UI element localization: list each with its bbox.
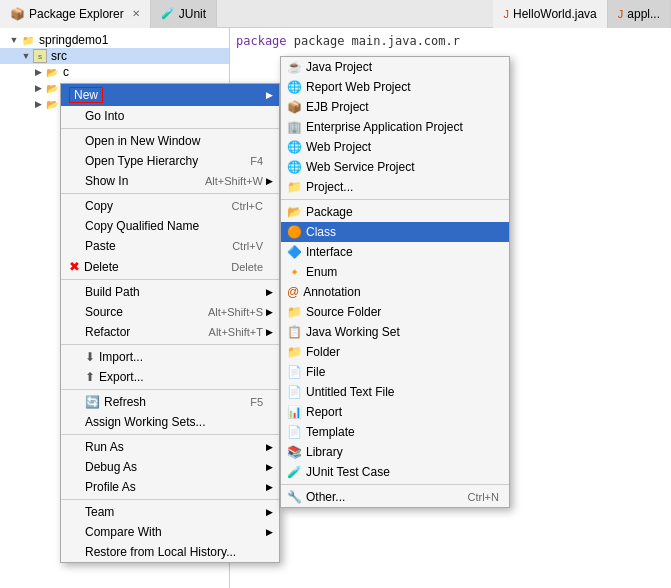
untitled-label: Untitled Text File	[306, 385, 394, 399]
report-web-icon: 🌐	[287, 80, 302, 94]
menu-build-path[interactable]: Build Path	[61, 282, 279, 302]
web-icon: 🌐	[287, 140, 302, 154]
submenu-java-working-set[interactable]: 📋 Java Working Set	[281, 322, 509, 342]
tree-item-project[interactable]: ▼ 📁 springdemo1	[0, 32, 229, 48]
menu-team[interactable]: Team	[61, 502, 279, 522]
folder-label: Folder	[306, 345, 340, 359]
close-icon[interactable]: ✕	[132, 8, 140, 19]
menu-go-into[interactable]: Go Into	[61, 106, 279, 126]
submenu: ☕ Java Project 🌐 Report Web Project 📦 EJ…	[280, 56, 510, 508]
menu-source[interactable]: Source Alt+Shift+S	[61, 302, 279, 322]
junit-tab[interactable]: 🧪 JUnit	[151, 0, 217, 28]
menu-paste[interactable]: Paste Ctrl+V	[61, 236, 279, 256]
profile-as-label: Profile As	[85, 480, 136, 494]
submenu-web-project[interactable]: 🌐 Web Project	[281, 137, 509, 157]
submenu-annotation[interactable]: @ Annotation	[281, 282, 509, 302]
ejb-label: EJB Project	[306, 100, 369, 114]
sep6	[61, 434, 279, 435]
submenu-class[interactable]: 🟠 Class	[281, 222, 509, 242]
untitled-icon: 📄	[287, 385, 302, 399]
submenu-file[interactable]: 📄 File	[281, 362, 509, 382]
submenu-ejb[interactable]: 📦 EJB Project	[281, 97, 509, 117]
enum-icon: 🔸	[287, 265, 302, 279]
submenu-source-folder[interactable]: 📁 Source Folder	[281, 302, 509, 322]
tree-item-src[interactable]: ▼ s src	[0, 48, 229, 64]
editor-tab-appl[interactable]: J appl...	[608, 0, 671, 28]
open-type-label: Open Type Hierarchy	[85, 154, 198, 168]
menu-show-in[interactable]: Show In Alt+Shift+W	[61, 171, 279, 191]
menu-refactor[interactable]: Refactor Alt+Shift+T	[61, 322, 279, 342]
source-label: Source	[85, 305, 123, 319]
enterprise-icon: 🏢	[287, 120, 302, 134]
sep5	[61, 389, 279, 390]
refresh-icon: 🔄	[85, 395, 100, 409]
report-icon: 📊	[287, 405, 302, 419]
report-web-label: Report Web Project	[306, 80, 411, 94]
submenu-library[interactable]: 📚 Library	[281, 442, 509, 462]
context-menu: New Go Into Open in New Window Open Type…	[60, 83, 280, 563]
import-icon: ⬇	[85, 350, 95, 364]
menu-restore[interactable]: Restore from Local History...	[61, 542, 279, 562]
submenu-untitled[interactable]: 📄 Untitled Text File	[281, 382, 509, 402]
template-label: Template	[306, 425, 355, 439]
c1-label: c	[63, 65, 69, 79]
web-service-icon: 🌐	[287, 160, 302, 174]
debug-as-label: Debug As	[85, 460, 137, 474]
menu-copy[interactable]: Copy Ctrl+C	[61, 196, 279, 216]
junit-label-sub: JUnit Test Case	[306, 465, 390, 479]
package-icon-sub: 📂	[287, 205, 302, 219]
package-explorer-tab[interactable]: 📦 Package Explorer ✕	[0, 0, 151, 28]
delete-label: Delete	[84, 260, 119, 274]
pkg-icon3: 📂	[44, 97, 60, 111]
pkg-icon1: 📂	[44, 65, 60, 79]
other-label: Other...	[306, 490, 345, 504]
sep7	[61, 499, 279, 500]
show-in-shortcut: Alt+Shift+W	[185, 175, 263, 187]
menu-new[interactable]: New	[61, 84, 279, 106]
submenu-enterprise-app[interactable]: 🏢 Enterprise Application Project	[281, 117, 509, 137]
expand-arrow: ▼	[8, 35, 20, 45]
submenu-report-web[interactable]: 🌐 Report Web Project	[281, 77, 509, 97]
show-in-label: Show In	[85, 174, 128, 188]
menu-copy-qualified[interactable]: Copy Qualified Name	[61, 216, 279, 236]
go-into-label: Go Into	[85, 109, 124, 123]
submenu-template[interactable]: 📄 Template	[281, 422, 509, 442]
tree-item-c1[interactable]: ▶ 📂 c	[0, 64, 229, 80]
build-path-label: Build Path	[85, 285, 140, 299]
sep2	[61, 193, 279, 194]
menu-run-as[interactable]: Run As	[61, 437, 279, 457]
submenu-java-project[interactable]: ☕ Java Project	[281, 57, 509, 77]
submenu-junit[interactable]: 🧪 JUnit Test Case	[281, 462, 509, 482]
import-label: Import...	[99, 350, 143, 364]
annotation-label: Annotation	[303, 285, 360, 299]
editor-tab-helloworld[interactable]: J HelloWorld.java	[493, 0, 607, 28]
other-shortcut: Ctrl+N	[448, 491, 499, 503]
menu-import[interactable]: ⬇ Import...	[61, 347, 279, 367]
submenu-enum[interactable]: 🔸 Enum	[281, 262, 509, 282]
file-label: File	[306, 365, 325, 379]
menu-export[interactable]: ⬆ Export...	[61, 367, 279, 387]
submenu-web-service[interactable]: 🌐 Web Service Project	[281, 157, 509, 177]
submenu-report[interactable]: 📊 Report	[281, 402, 509, 422]
submenu-other[interactable]: 🔧 Other... Ctrl+N	[281, 487, 509, 507]
menu-open-new-window[interactable]: Open in New Window	[61, 131, 279, 151]
copy-shortcut: Ctrl+C	[212, 200, 263, 212]
pkg-icon2: 📂	[44, 81, 60, 95]
refresh-shortcut: F5	[230, 396, 263, 408]
submenu-folder[interactable]: 📁 Folder	[281, 342, 509, 362]
menu-delete[interactable]: ✖ Delete Delete	[61, 256, 279, 277]
junit-label: JUnit	[179, 7, 206, 21]
submenu-package[interactable]: 📂 Package	[281, 202, 509, 222]
submenu-interface[interactable]: 🔷 Interface	[281, 242, 509, 262]
copy-qualified-label: Copy Qualified Name	[85, 219, 199, 233]
menu-profile-as[interactable]: Profile As	[61, 477, 279, 497]
menu-compare-with[interactable]: Compare With	[61, 522, 279, 542]
menu-open-type-hierarchy[interactable]: Open Type Hierarchy F4	[61, 151, 279, 171]
interface-icon: 🔷	[287, 245, 302, 259]
menu-assign-working[interactable]: Assign Working Sets...	[61, 412, 279, 432]
submenu-project[interactable]: 📁 Project...	[281, 177, 509, 197]
file-icon-sub: 📄	[287, 365, 302, 379]
paste-label: Paste	[85, 239, 116, 253]
menu-refresh[interactable]: 🔄 Refresh F5	[61, 392, 279, 412]
menu-debug-as[interactable]: Debug As	[61, 457, 279, 477]
